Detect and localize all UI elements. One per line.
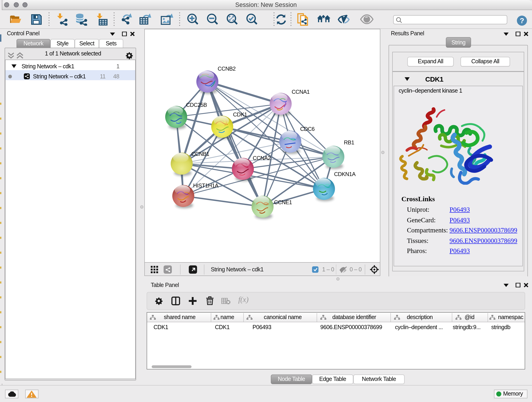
svg-text:CCNE1: CCNE1: [274, 199, 292, 205]
svg-text:CCNA2: CCNA2: [253, 155, 271, 161]
svg-text:CCNB1: CCNB1: [191, 151, 209, 157]
svg-text:CCNB2: CCNB2: [218, 65, 236, 72]
svg-text:CCNA1: CCNA1: [292, 89, 310, 95]
svg-text:?: ?: [520, 16, 524, 25]
svg-text:CDKN1A: CDKN1A: [334, 171, 355, 177]
svg-text:CDC25B: CDC25B: [186, 102, 207, 108]
svg-text:CDK1: CDK1: [233, 111, 247, 118]
svg-text:RB1: RB1: [344, 139, 354, 146]
svg-text:CDC6: CDC6: [300, 126, 315, 132]
svg-text:HIST1H1A: HIST1H1A: [193, 182, 218, 189]
